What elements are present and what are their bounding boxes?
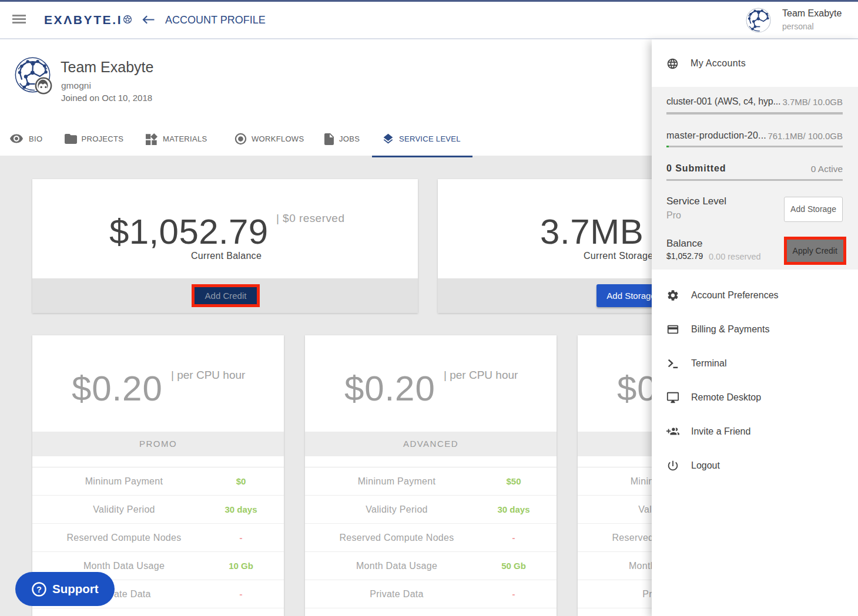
svg-text:?: ? [36,584,42,594]
